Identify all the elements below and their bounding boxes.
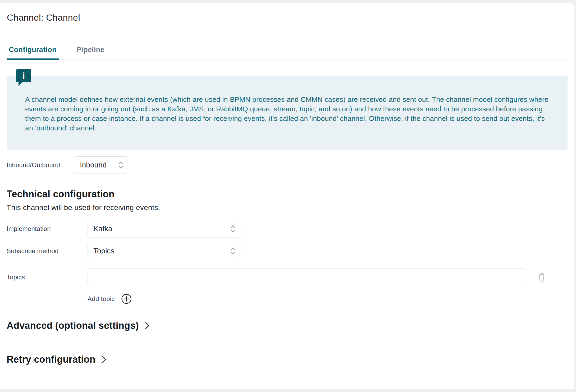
retry-configuration-heading: Retry configuration [7, 354, 95, 365]
plus-circle-icon [121, 294, 132, 304]
implementation-field-row: Implementation Kafka [7, 220, 568, 238]
tab-bar: Configuration Pipeline [7, 46, 568, 60]
subscribe-method-value: Topics [93, 247, 114, 255]
tab-pipeline[interactable]: Pipeline [74, 46, 107, 60]
inbound-outbound-label: Inbound/Outbound [7, 161, 74, 169]
page-title: Channel: Channel [7, 12, 568, 23]
technical-configuration-description: This channel will be used for receiving … [7, 203, 568, 212]
implementation-label: Implementation [7, 225, 88, 233]
section-retry-configuration[interactable]: Retry configuration [7, 354, 107, 365]
info-icon: i [16, 69, 31, 82]
advanced-settings-heading: Advanced (optional settings) [7, 320, 139, 331]
updown-chevrons-icon [230, 246, 236, 256]
info-banner-text: A channel model defines how external eve… [25, 95, 553, 133]
info-banner: i A channel model defines how external e… [7, 76, 568, 150]
chevron-right-icon [101, 355, 107, 364]
implementation-value: Kafka [93, 225, 112, 233]
subscribe-method-field-row: Subscribe method Topics [7, 242, 568, 260]
topics-label: Topics [7, 274, 88, 281]
subscribe-method-select[interactable]: Topics [88, 242, 240, 260]
topics-field-row: Topics [7, 268, 568, 286]
topic-input[interactable] [88, 268, 526, 286]
implementation-select[interactable]: Kafka [88, 220, 240, 238]
add-topic-row: Add topic [88, 294, 568, 304]
section-advanced-settings[interactable]: Advanced (optional settings) [7, 320, 150, 331]
subscribe-method-label: Subscribe method [7, 247, 88, 255]
delete-topic-button[interactable] [537, 272, 546, 282]
technical-fields: Implementation Kafka Subscribe method To… [7, 220, 568, 304]
chevron-right-icon [145, 321, 150, 330]
add-topic-button[interactable] [121, 294, 132, 304]
trash-icon [537, 272, 546, 282]
channel-editor-card: Channel: Channel Configuration Pipeline … [0, 3, 574, 389]
add-topic-label: Add topic [88, 295, 115, 303]
direction-field-row: Inbound/Outbound Inbound [7, 156, 568, 174]
inbound-outbound-select[interactable]: Inbound [74, 156, 128, 174]
updown-chevrons-icon [118, 160, 124, 170]
inbound-outbound-value: Inbound [80, 161, 107, 169]
technical-configuration-heading: Technical configuration [7, 189, 568, 200]
updown-chevrons-icon [230, 224, 236, 234]
tab-configuration[interactable]: Configuration [7, 46, 59, 60]
